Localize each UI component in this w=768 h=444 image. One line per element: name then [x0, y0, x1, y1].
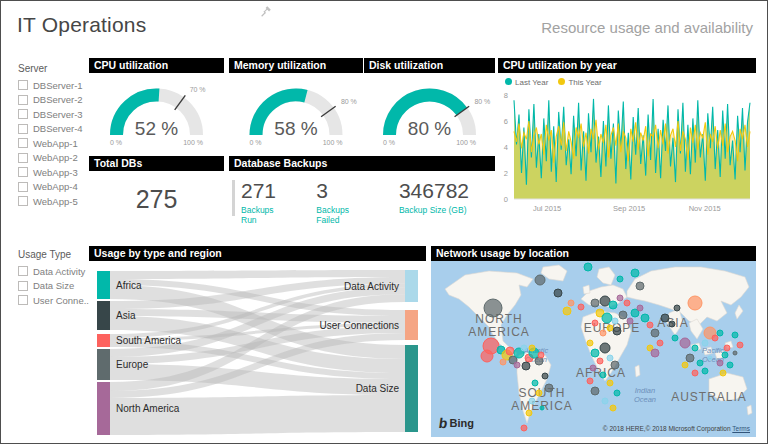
svg-text:8: 8: [504, 91, 508, 100]
bing-logo: bBing: [439, 415, 474, 431]
server-filter-option[interactable]: DBServer-3: [18, 107, 83, 122]
checkbox-icon[interactable]: [18, 95, 28, 105]
svg-text:Data Activity: Data Activity: [344, 281, 399, 292]
svg-text:Africa: Africa: [116, 280, 142, 291]
svg-text:80 %: 80 %: [474, 98, 490, 105]
svg-text:Sep 2015: Sep 2015: [613, 204, 645, 213]
svg-text:70 %: 70 %: [190, 86, 206, 93]
svg-text:AUSTRALIA: AUSTRALIA: [671, 390, 747, 404]
svg-text:Indian: Indian: [635, 386, 655, 395]
option-label: WebApp-1: [33, 138, 78, 149]
usage-type-filter-option[interactable]: Data Activity: [18, 264, 92, 279]
svg-text:6: 6: [504, 117, 508, 126]
server-filter-option[interactable]: WebApp-1: [18, 136, 83, 151]
server-filter-option[interactable]: WebApp-2: [18, 151, 83, 166]
server-filter: Server DBServer-1 DBServer-2 DBServer-3 …: [18, 63, 83, 209]
usage-type-filter-option[interactable]: Data Size: [18, 279, 92, 294]
backup-size-value: 346782: [399, 179, 469, 203]
cpu-by-year-chart: 02468Jul 2015Sep 2015Nov 2015: [498, 87, 756, 219]
checkbox-icon[interactable]: [18, 80, 28, 90]
server-filter-option[interactable]: DBServer-2: [18, 93, 83, 108]
backups-failed-card: 3 Backups Failed: [316, 179, 373, 225]
cpu-by-year-panel: CPU utilization by year Last Year This Y…: [498, 58, 756, 223]
usage-by-type-region-panel: Usage by type and region AfricaAsiaSouth…: [89, 246, 426, 436]
page-subtitle: Resource usage and availability: [541, 19, 753, 36]
option-label: WebApp-5: [33, 196, 78, 207]
usage-type-filter: Usage Type Data Activity Data Size User …: [18, 249, 92, 308]
usage-type-filter-option[interactable]: User Conne...: [18, 293, 92, 308]
option-label: WebApp-3: [33, 167, 78, 178]
svg-text:Nov 2015: Nov 2015: [689, 204, 721, 213]
server-filter-option[interactable]: DBServer-4: [18, 122, 83, 137]
panel-header: CPU utilization by year: [498, 58, 756, 73]
total-dbs-panel: Total DBs 275: [89, 156, 224, 224]
svg-text:2: 2: [504, 169, 508, 178]
cpu-gauge: 70 %52 %0 %100 %: [89, 73, 224, 151]
disk-gauge: 80 %80 %0 %100 %: [364, 73, 495, 151]
svg-text:Ocean: Ocean: [634, 395, 656, 404]
map-attribution: © 2018 HERE,© 2018 Microsoft Corporation…: [603, 425, 750, 432]
backups-run-label: Backups Run: [241, 205, 290, 225]
cpu-utilization-panel: CPU utilization 70 %52 %0 %100 %: [89, 58, 224, 151]
checkbox-icon[interactable]: [18, 281, 28, 291]
legend-dot-icon: [558, 78, 565, 85]
option-label: DBServer-3: [33, 109, 83, 120]
svg-text:Data Size: Data Size: [356, 383, 400, 394]
legend-item: This Year: [558, 78, 601, 87]
option-label: WebApp-2: [33, 152, 78, 163]
checkbox-icon[interactable]: [18, 196, 28, 206]
panel-header: Database Backups: [229, 156, 495, 171]
svg-text:AMERICA: AMERICA: [468, 325, 530, 339]
svg-text:52 %: 52 %: [135, 118, 178, 139]
checkbox-icon[interactable]: [18, 153, 28, 163]
checkbox-icon[interactable]: [18, 182, 28, 192]
svg-text:80 %: 80 %: [408, 118, 451, 139]
page-title: IT Operations: [17, 13, 146, 37]
svg-text:Pacific: Pacific: [702, 346, 724, 355]
backup-size-card: 346782 Backup Size (GB): [399, 179, 469, 225]
backup-size-label: Backup Size (GB): [399, 205, 469, 215]
option-label: Data Size: [33, 280, 74, 291]
memory-gauge: 80 %58 %0 %100 %: [229, 73, 363, 151]
server-filter-option[interactable]: WebApp-5: [18, 194, 83, 209]
checkbox-icon[interactable]: [18, 167, 28, 177]
checkbox-icon[interactable]: [18, 124, 28, 134]
svg-text:100 %: 100 %: [456, 139, 476, 146]
svg-text:0 %: 0 %: [250, 139, 262, 146]
svg-text:North America: North America: [116, 403, 180, 414]
backups-failed-label: Backups Failed: [316, 205, 373, 225]
disk-utilization-panel: Disk utilization 80 %80 %0 %100 %: [364, 58, 495, 151]
svg-text:User Connections: User Connections: [320, 320, 399, 331]
terms-link[interactable]: Terms: [732, 425, 750, 432]
backups-run-card: 271 Backups Run: [241, 179, 290, 225]
checkbox-icon[interactable]: [18, 266, 28, 276]
svg-text:4: 4: [504, 143, 508, 152]
panel-header: Network usage by location: [431, 246, 756, 261]
legend-item: Last Year: [505, 78, 548, 87]
option-label: DBServer-4: [33, 123, 83, 134]
memory-utilization-panel: Memory utilization 80 %58 %0 %100 %: [229, 58, 363, 151]
option-label: DBServer-1: [33, 80, 83, 91]
server-filter-option[interactable]: WebApp-4: [18, 180, 83, 195]
world-map[interactable]: NORTHAMERICASOUTHAMERICAEUROPEASIAAFRICA…: [431, 261, 756, 437]
sankey-chart[interactable]: AfricaAsiaSouth AmericaEuropeNorth Ameri…: [89, 261, 426, 437]
checkbox-icon[interactable]: [18, 109, 28, 119]
svg-text:Europe: Europe: [116, 359, 149, 370]
server-filter-option[interactable]: WebApp-3: [18, 165, 83, 180]
svg-text:0: 0: [504, 195, 508, 204]
svg-text:58 %: 58 %: [274, 118, 317, 139]
option-label: DBServer-2: [33, 94, 83, 105]
chart-legend: Last Year This Year: [498, 73, 756, 87]
pin-icon[interactable]: [259, 4, 273, 18]
server-filter-option[interactable]: DBServer-1: [18, 78, 83, 93]
panel-header: Total DBs: [89, 156, 224, 171]
panel-header: CPU utilization: [89, 58, 224, 73]
checkbox-icon[interactable]: [18, 295, 28, 305]
svg-text:Jul 2015: Jul 2015: [533, 204, 561, 213]
svg-text:100 %: 100 %: [323, 139, 343, 146]
panel-header: Usage by type and region: [89, 246, 426, 261]
panel-header: Disk utilization: [364, 58, 495, 73]
checkbox-icon[interactable]: [18, 138, 28, 148]
svg-text:Asia: Asia: [116, 310, 136, 321]
database-backups-panel: Database Backups 271 Backups Run 3 Backu…: [229, 156, 495, 224]
